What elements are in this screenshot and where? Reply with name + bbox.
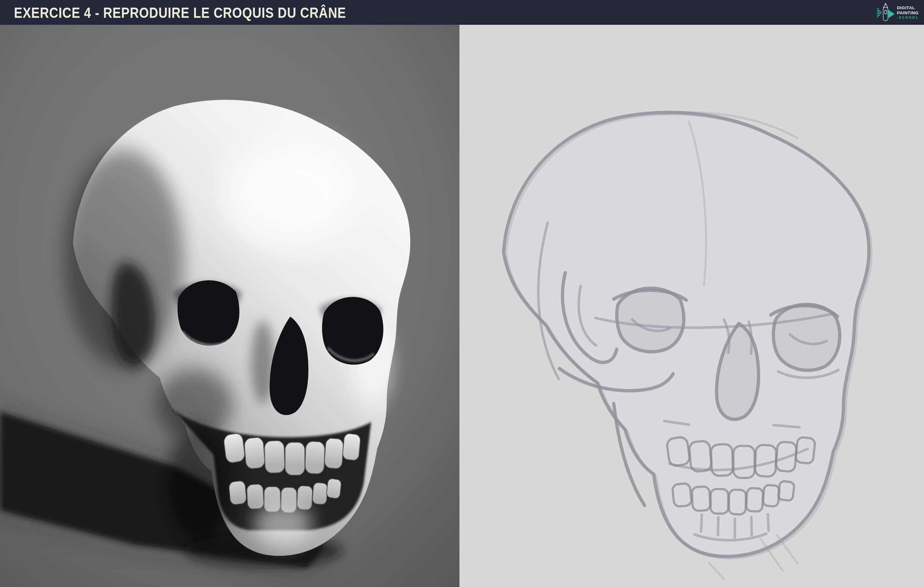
logo-triangle <box>888 10 895 18</box>
logo-word-painting: PAINTING <box>897 10 919 16</box>
skull-scene <box>0 25 924 587</box>
logo-word-digital: DIGITAL <box>897 5 919 10</box>
slide-title: EXERCICE 4 - REPRODUIRE LE CROQUIS DU CR… <box>14 4 346 21</box>
stylus-icon <box>883 3 888 21</box>
render-panel <box>0 25 459 587</box>
sketch-panel <box>459 25 924 587</box>
slide: EXERCICE 4 - REPRODUIRE LE CROQUIS DU CR… <box>0 0 924 587</box>
logo-word-school: .SCHOOL <box>897 16 919 19</box>
content-area <box>0 25 924 587</box>
header-bar: EXERCICE 4 - REPRODUIRE LE CROQUIS DU CR… <box>0 0 924 25</box>
brand-logo: DIGITAL PAINTING .SCHOOL <box>877 2 919 23</box>
pen-logo-icon <box>877 2 895 23</box>
brand-logo-text: DIGITAL PAINTING .SCHOOL <box>897 5 919 19</box>
